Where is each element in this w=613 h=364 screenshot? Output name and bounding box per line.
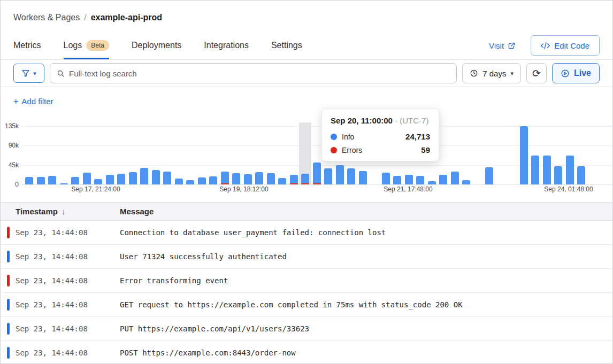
page-title: example-api-prod [91, 13, 162, 22]
chart-bar-info[interactable] [428, 181, 436, 184]
chart-bar-info[interactable] [566, 156, 574, 184]
tab-metrics[interactable]: Metrics [13, 32, 41, 59]
y-axis-label: 135k [1, 122, 19, 130]
chart-bar-errors[interactable] [290, 183, 298, 184]
tooltip-series-row: Info24,713 [331, 132, 430, 141]
chart-bar-info[interactable] [520, 126, 528, 184]
chart-bar-info[interactable] [382, 173, 390, 184]
chart-bar-info[interactable] [48, 176, 56, 184]
search-box [50, 63, 457, 83]
tab-integrations[interactable]: Integrations [204, 32, 249, 59]
tab-label: Logs [64, 41, 82, 50]
info-indicator [7, 347, 10, 359]
log-message: Error transforming event [120, 276, 228, 285]
info-indicator [7, 323, 10, 335]
breadcrumb-parent[interactable]: Workers & Pages [13, 13, 80, 22]
time-range-dropdown[interactable]: 7 days ▾ [462, 63, 521, 83]
chevron-down-icon: ▾ [510, 71, 514, 76]
chart-bar-info[interactable] [186, 180, 194, 184]
search-input[interactable] [69, 69, 450, 78]
column-header-timestamp[interactable]: Timestamp ↓ [1, 207, 120, 216]
chart-bar-info[interactable] [37, 177, 45, 184]
chart-bar-info[interactable] [117, 174, 125, 184]
log-volume-chart: 135k90k45k0Sep 17, 21:24:00Sep 19, 18:12… [1, 116, 612, 201]
chart-bar-info[interactable] [543, 156, 551, 184]
chart-bar-info[interactable] [313, 162, 321, 183]
chart-bar-info[interactable] [324, 168, 332, 184]
breadcrumb-separator: / [84, 13, 86, 22]
chart-bar-info[interactable] [439, 175, 447, 184]
tab-bar: MetricsLogsBetaDeploymentsIntegrationsSe… [1, 32, 612, 60]
chart-bar-info[interactable] [106, 175, 114, 184]
refresh-button[interactable]: ⟳ [526, 63, 547, 83]
edit-code-button[interactable]: Edit Code [531, 35, 600, 56]
chart-bar-info[interactable] [152, 170, 160, 184]
chart-bar-info[interactable] [60, 183, 68, 184]
table-row[interactable]: Sep 23, 14:44:08Error transforming event [1, 269, 612, 293]
error-indicator [7, 275, 10, 286]
chart-bar-errors[interactable] [301, 183, 309, 184]
visit-link[interactable]: Visit [489, 32, 516, 59]
chart-bar-info[interactable] [359, 171, 367, 184]
log-timestamp: Sep 23, 14:44:08 [1, 300, 120, 309]
chart-bar-info[interactable] [393, 176, 401, 184]
log-timestamp: Sep 23, 14:44:08 [1, 252, 120, 261]
x-axis-label: Sep 21, 17:48:00 [384, 185, 432, 193]
chart-bar-errors[interactable] [313, 183, 321, 184]
live-label: Live [574, 68, 591, 78]
chart-bar-info[interactable] [531, 156, 539, 184]
add-filter-button[interactable]: +Add filter [13, 97, 53, 106]
chart-bar-info[interactable] [336, 165, 344, 184]
chart-bar-info[interactable] [405, 175, 413, 184]
chart-bar-info[interactable] [451, 172, 459, 184]
tooltip-timestamp: Sep 20, 11:00:00 [331, 116, 393, 125]
table-row[interactable]: Sep 23, 14:44:08POST https://example.com… [1, 341, 612, 364]
tooltip-series-label: Info [342, 133, 354, 141]
chart-bar-info[interactable] [129, 172, 137, 184]
y-axis-label: 45k [1, 161, 19, 169]
chart-bar-info[interactable] [301, 174, 309, 183]
time-range-label: 7 days [482, 69, 506, 78]
chart-bar-info[interactable] [25, 177, 33, 184]
chart-bar-errors[interactable] [221, 183, 229, 184]
tooltip-series-label: Errors [342, 146, 362, 154]
chart-bar-info[interactable] [71, 177, 79, 184]
tooltip-series-value: 24,713 [405, 132, 430, 141]
chart-bar-info[interactable] [232, 173, 240, 184]
chart-bar-info[interactable] [198, 177, 206, 184]
x-axis-label: Sep 24, 01:48:00 [544, 185, 593, 193]
live-button[interactable]: Live [552, 63, 600, 83]
refresh-icon: ⟳ [532, 67, 541, 80]
chart-bar-info[interactable] [485, 167, 493, 184]
table-row[interactable]: Sep 23, 14:44:08Connection to database u… [1, 221, 612, 245]
tab-label: Settings [271, 41, 302, 50]
tab-settings[interactable]: Settings [271, 32, 302, 59]
chart-bar-info[interactable] [290, 175, 298, 183]
chart-bar-info[interactable] [577, 166, 585, 184]
chart-bar-info[interactable] [209, 176, 217, 184]
table-row[interactable]: Sep 23, 14:44:08User 71324 successfully … [1, 245, 612, 269]
tab-label: Integrations [204, 41, 249, 50]
chart-bar-info[interactable] [462, 180, 470, 184]
chart-bar-info[interactable] [255, 172, 263, 184]
table-row[interactable]: Sep 23, 14:44:08PUT https://example.com/… [1, 317, 612, 341]
tab-logs[interactable]: LogsBeta [64, 32, 109, 59]
table-row[interactable]: Sep 23, 14:44:08GET request to https://e… [1, 293, 612, 317]
chart-bar-info[interactable] [221, 172, 229, 183]
column-header-message[interactable]: Message [120, 207, 154, 216]
filter-dropdown-button[interactable]: ▾ [13, 64, 44, 83]
chart-bar-info[interactable] [416, 176, 424, 184]
filter-bar: ▾ 7 days ▾ ⟳ Live [1, 60, 612, 87]
chart-bar-info[interactable] [83, 173, 91, 184]
chart-bar-info[interactable] [140, 168, 148, 184]
tab-deployments[interactable]: Deployments [132, 32, 181, 59]
chart-bar-info[interactable] [244, 174, 252, 184]
sort-descending-icon: ↓ [62, 207, 66, 216]
chart-bar-info[interactable] [347, 168, 355, 184]
chart-bar-info[interactable] [175, 179, 183, 184]
chart-bar-info[interactable] [278, 178, 286, 184]
chart-bar-info[interactable] [267, 173, 275, 184]
chart-bar-info[interactable] [94, 179, 102, 184]
chart-bar-info[interactable] [163, 172, 171, 184]
chart-bar-info[interactable] [554, 166, 562, 184]
